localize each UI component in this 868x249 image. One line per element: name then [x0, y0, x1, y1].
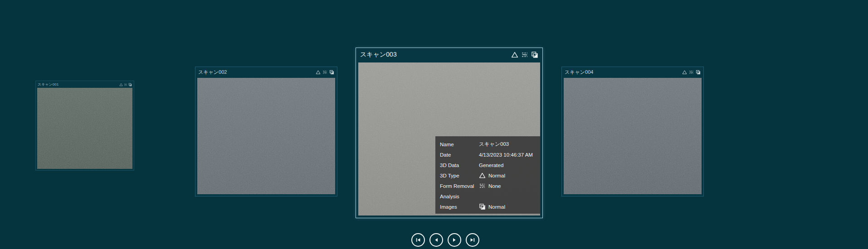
card-title-bar: スキャン002: [195, 67, 337, 77]
card-title-bar: スキャン004: [562, 67, 703, 77]
3d-type-triangle-icon: [682, 70, 687, 75]
info-row-form-removal: Form Removal None: [440, 181, 540, 191]
info-value: Normal: [479, 172, 505, 179]
next-button[interactable]: [448, 233, 461, 247]
previous-button[interactable]: [429, 233, 443, 247]
scan-thumbnail[interactable]: [564, 78, 702, 194]
info-label: Analysis: [440, 194, 479, 199]
triangle-icon: [479, 172, 486, 179]
scan-card-2[interactable]: スキャン002: [195, 67, 337, 196]
info-value-text: Normal: [488, 173, 505, 178]
form-removal-icon: [521, 51, 528, 58]
card-status-icons: [511, 51, 538, 58]
images-icon: [128, 83, 132, 86]
form-removal-icon: [124, 83, 127, 86]
form-removal-icon: [689, 70, 694, 75]
images-icon: [329, 70, 334, 75]
images-icon: [531, 51, 538, 58]
scan-thumbnail[interactable]: [37, 88, 132, 169]
info-label: Images: [440, 204, 479, 210]
form-removal-icon: [479, 182, 486, 189]
info-label: 3D Data: [440, 163, 479, 168]
card-status-icons: [682, 70, 701, 75]
info-label: Date: [440, 152, 479, 158]
3d-type-triangle-icon: [119, 83, 123, 86]
info-row-3d-type: 3D Type Normal: [440, 170, 540, 181]
first-button[interactable]: [411, 233, 425, 247]
info-label: Form Removal: [440, 183, 479, 189]
3d-type-triangle-icon: [316, 70, 321, 75]
images-icon: [479, 203, 486, 210]
card-status-icons: [119, 83, 132, 86]
card-status-icons: [316, 70, 334, 75]
previous-icon: [433, 237, 439, 243]
images-icon: [696, 70, 701, 75]
info-value-text: Normal: [488, 204, 505, 210]
info-value: Normal: [479, 203, 505, 210]
scan-card-3-selected[interactable]: スキャン003 Name スキャン003 Date 4/13/2023 10:4…: [356, 48, 543, 218]
card-title-bar: スキャン001: [36, 81, 134, 88]
scan-name-label: スキャン002: [198, 69, 227, 76]
last-button[interactable]: [466, 233, 479, 247]
3d-type-triangle-icon: [511, 51, 518, 58]
info-value: スキャン003: [479, 141, 509, 148]
form-removal-icon: [322, 70, 327, 75]
info-row-date: Date 4/13/2023 10:46:37 AM: [440, 149, 540, 160]
thumbnail-noise-texture: [197, 78, 335, 194]
info-row-images: Images Normal: [440, 201, 540, 212]
scan-name-label: スキャン001: [38, 82, 59, 87]
scan-name-label: スキャン003: [360, 51, 397, 59]
scan-carousel-view: スキャン001 スキャン002 スキャン003: [0, 0, 868, 249]
scan-info-panel: Name スキャン003 Date 4/13/2023 10:46:37 AM …: [435, 136, 540, 214]
scan-card-4[interactable]: スキャン004: [561, 67, 704, 196]
info-label: 3D Type: [440, 173, 479, 178]
carousel-navigation: [411, 233, 479, 247]
thumbnail-noise-texture: [37, 88, 132, 169]
info-row-3d-data: 3D Data Generated: [440, 160, 540, 170]
scan-thumbnail[interactable]: [197, 78, 335, 194]
card-title-bar: スキャン003: [356, 48, 542, 62]
info-row-analysis: Analysis: [440, 191, 540, 201]
info-value: None: [479, 182, 501, 189]
next-icon: [451, 237, 458, 243]
skip-last-icon: [469, 237, 476, 243]
info-value-text: None: [488, 183, 501, 189]
info-value: Generated: [479, 163, 503, 168]
thumbnail-noise-texture: [564, 78, 702, 194]
info-row-name: Name スキャン003: [440, 139, 540, 149]
scan-card-1[interactable]: スキャン001: [35, 81, 134, 171]
skip-first-icon: [415, 237, 421, 243]
info-label: Name: [440, 142, 479, 147]
scan-name-label: スキャン004: [565, 69, 593, 76]
info-value: 4/13/2023 10:46:37 AM: [479, 152, 533, 158]
